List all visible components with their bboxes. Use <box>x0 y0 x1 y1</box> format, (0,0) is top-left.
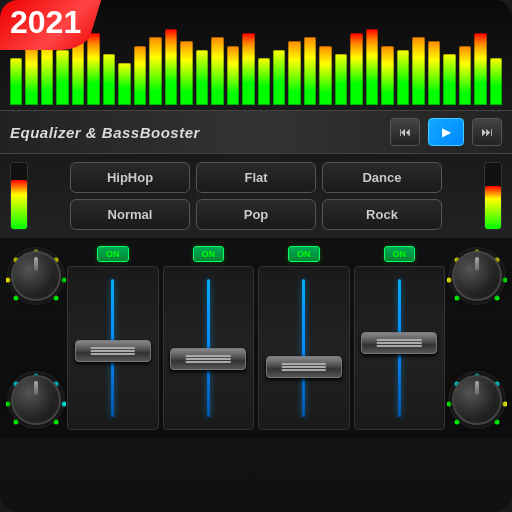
eq-bar-group <box>443 54 455 105</box>
svg-point-20 <box>494 296 499 301</box>
eq-bar-group <box>397 50 409 105</box>
on-button-2[interactable]: ON <box>288 246 320 262</box>
eq-bar-group <box>211 37 223 105</box>
eq-bar <box>118 63 130 106</box>
eq-bar <box>72 41 84 105</box>
next-button[interactable]: ⏭ <box>472 118 502 146</box>
left-level-meter <box>10 162 28 230</box>
fader-thumb-1[interactable] <box>170 348 246 370</box>
eq-bar-group <box>428 41 440 105</box>
fader-track-1 <box>163 266 255 430</box>
eq-bar <box>258 58 270 105</box>
svg-point-13 <box>13 420 18 425</box>
eq-bar-group <box>288 41 300 105</box>
app-title: Equalizer & BassBooster <box>10 124 382 141</box>
eq-bar-group <box>165 29 177 106</box>
eq-bar <box>428 41 440 105</box>
eq-bar-group <box>180 41 192 105</box>
on-button-1[interactable]: ON <box>193 246 225 262</box>
preset-btn-dance[interactable]: Dance <box>322 162 442 193</box>
fader-channels: ONONONON <box>67 246 445 430</box>
fader-thumb-2[interactable] <box>266 356 342 378</box>
eq-bar <box>335 54 347 105</box>
eq-bar-group <box>412 37 424 105</box>
eq-bar <box>350 33 362 105</box>
eq-bar <box>273 50 285 105</box>
right-level-meter <box>484 162 502 230</box>
svg-point-28 <box>494 420 499 425</box>
presets-row-2: NormalPopRock <box>10 199 502 230</box>
presets-row-1: HipHopFlatDance <box>10 162 502 193</box>
eq-bar-group <box>196 50 208 105</box>
preset-btn-pop[interactable]: Pop <box>196 199 316 230</box>
eq-bar-group <box>118 63 130 106</box>
eq-bar-group <box>490 58 502 105</box>
eq-bar-group <box>87 33 99 105</box>
right-knob-top[interactable] <box>452 251 502 301</box>
eq-bar <box>490 58 502 105</box>
fader-thumb-0[interactable] <box>75 340 151 362</box>
eq-bar <box>196 50 208 105</box>
mixer-section: ONONONON <box>0 238 512 438</box>
fader-track-0 <box>67 266 159 430</box>
eq-bar <box>242 33 254 105</box>
eq-bar-group <box>366 29 378 106</box>
on-button-0[interactable]: ON <box>97 246 129 262</box>
eq-bar-group <box>459 46 471 106</box>
eq-bar-group <box>242 33 254 105</box>
eq-bar <box>443 54 455 105</box>
fader-channel-2: ON <box>258 246 350 430</box>
eq-bar-group <box>56 50 68 105</box>
eq-bar <box>149 37 161 105</box>
eq-bar-group <box>381 46 393 106</box>
eq-bar-group <box>72 41 84 105</box>
eq-bar <box>134 46 146 106</box>
eq-bar <box>366 29 378 106</box>
eq-bar-group <box>227 46 239 106</box>
eq-bar <box>397 50 409 105</box>
eq-bar <box>474 33 486 105</box>
preset-btn-normal[interactable]: Normal <box>70 199 190 230</box>
fader-channel-1: ON <box>163 246 255 430</box>
left-knobs <box>8 246 63 430</box>
fader-track-2 <box>258 266 350 430</box>
on-button-3[interactable]: ON <box>384 246 416 262</box>
fader-channel-0: ON <box>67 246 159 430</box>
fader-track-3 <box>354 266 446 430</box>
svg-point-4 <box>53 296 58 301</box>
preset-btn-flat[interactable]: Flat <box>196 162 316 193</box>
fader-line-2 <box>302 279 305 417</box>
right-knob-bottom[interactable] <box>452 375 502 425</box>
eq-bar <box>288 41 300 105</box>
prev-button[interactable]: ⏮ <box>390 118 420 146</box>
eq-bar <box>227 46 239 106</box>
eq-bar <box>180 41 192 105</box>
fader-thumb-3[interactable] <box>361 332 437 354</box>
right-knob-top-container <box>447 246 507 306</box>
eq-bar <box>304 37 316 105</box>
eq-bar <box>10 58 22 105</box>
eq-bar-group <box>258 58 270 105</box>
left-knob-top[interactable] <box>11 251 61 301</box>
preset-btn-hiphop[interactable]: HipHop <box>70 162 190 193</box>
eq-bar-group <box>474 33 486 105</box>
eq-bar-group <box>149 37 161 105</box>
eq-bar <box>459 46 471 106</box>
play-button[interactable]: ▶ <box>428 118 464 146</box>
eq-bar-group <box>273 50 285 105</box>
preset-btn-rock[interactable]: Rock <box>322 199 442 230</box>
title-bar: Equalizer & BassBooster ⏮ ▶ ⏭ <box>0 110 512 154</box>
eq-bar <box>25 46 37 106</box>
eq-bar-group <box>304 37 316 105</box>
eq-bar <box>211 37 223 105</box>
eq-bar-group <box>103 54 115 105</box>
eq-bar <box>56 50 68 105</box>
eq-bar <box>103 54 115 105</box>
eq-bar-group <box>319 46 331 106</box>
eq-bar <box>165 29 177 106</box>
svg-point-29 <box>454 420 459 425</box>
left-knob-bottom[interactable] <box>11 375 61 425</box>
eq-bar-group <box>350 33 362 105</box>
svg-point-21 <box>454 296 459 301</box>
eq-bar-group <box>10 58 22 105</box>
